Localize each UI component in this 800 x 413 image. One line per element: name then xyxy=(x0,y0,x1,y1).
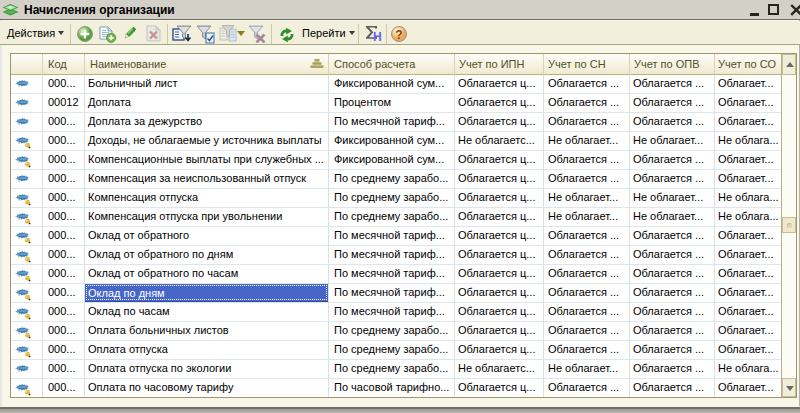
svg-text:?: ? xyxy=(395,28,402,42)
